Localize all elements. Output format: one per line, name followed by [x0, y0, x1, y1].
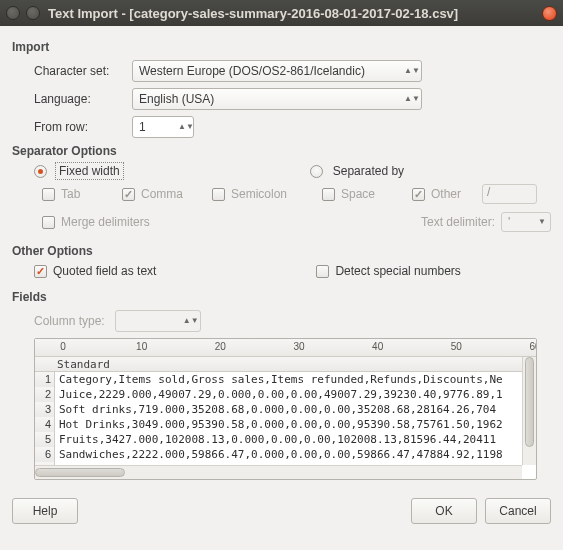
column-header[interactable]: Standard [35, 357, 522, 372]
language-value: English (USA) [139, 92, 214, 106]
ruler-tick: 30 [293, 341, 304, 352]
space-label: Space [341, 187, 375, 201]
other-label: Other [431, 187, 461, 201]
detect-label: Detect special numbers [335, 264, 460, 278]
window-title: Text Import - [category-sales-summary-20… [48, 6, 458, 21]
fields-heading: Fields [12, 290, 551, 304]
row-text: Hot Drinks,3049.000,95390.58,0.000,0.00,… [55, 417, 503, 432]
detect-checkbox[interactable] [316, 265, 329, 278]
horizontal-scrollbar[interactable] [35, 465, 522, 479]
other-checkbox [412, 188, 425, 201]
ruler[interactable]: 0102030405060 [35, 339, 536, 357]
coltype-label: Column type: [34, 314, 105, 328]
tab-checkbox [42, 188, 55, 201]
row-number: 3 [35, 402, 55, 417]
fixed-width-label: Fixed width [57, 164, 122, 178]
close-icon[interactable] [542, 6, 557, 21]
table-row[interactable]: 2Juice,2229.000,49007.29,0.000,0.00,0.00… [35, 387, 522, 402]
quoted-label: Quoted field as text [53, 264, 156, 278]
chevron-updown-icon: ▲▼ [407, 96, 417, 102]
ruler-tick: 10 [136, 341, 147, 352]
quoted-checkbox[interactable] [34, 265, 47, 278]
semicolon-label: Semicolon [231, 187, 287, 201]
cancel-button[interactable]: Cancel [485, 498, 551, 524]
separator-heading: Separator Options [12, 144, 551, 158]
ok-button[interactable]: OK [411, 498, 477, 524]
merge-label: Merge delimiters [61, 215, 150, 229]
chevron-down-icon: ▼ [537, 219, 547, 225]
merge-checkbox [42, 216, 55, 229]
titlebar: Text Import - [category-sales-summary-20… [0, 0, 563, 26]
ruler-tick: 40 [372, 341, 383, 352]
row-number: 4 [35, 417, 55, 432]
charset-value: Western Europe (DOS/OS2-861/Icelandic) [139, 64, 365, 78]
row-number: 1 [35, 372, 55, 387]
textdelim-combo: ' ▼ [501, 212, 551, 232]
ruler-tick: 0 [60, 341, 66, 352]
charset-label: Character set: [34, 64, 126, 78]
row-number: 5 [35, 432, 55, 447]
row-number: 6 [35, 447, 55, 462]
chevron-updown-icon: ▲▼ [407, 68, 417, 74]
table-row[interactable]: 3Soft drinks,719.000,35208.68,0.000,0.00… [35, 402, 522, 417]
import-heading: Import [12, 40, 551, 54]
ruler-tick: 20 [215, 341, 226, 352]
other-input: / [482, 184, 537, 204]
language-combo[interactable]: English (USA) ▲▼ [132, 88, 422, 110]
ruler-tick: 60 [529, 341, 536, 352]
comma-label: Comma [141, 187, 183, 201]
row-text: Juice,2229.000,49007.29,0.000,0.00,0.00,… [55, 387, 503, 402]
chevron-updown-icon: ▲▼ [186, 318, 196, 324]
textdelim-value: ' [508, 215, 510, 229]
window-control-icon[interactable] [6, 6, 20, 20]
tab-label: Tab [61, 187, 80, 201]
help-button[interactable]: Help [12, 498, 78, 524]
vertical-scrollbar[interactable] [522, 357, 536, 465]
separated-by-label: Separated by [333, 164, 404, 178]
table-row[interactable]: 6Sandwiches,2222.000,59866.47,0.000,0.00… [35, 447, 522, 462]
fromrow-label: From row: [34, 120, 126, 134]
language-label: Language: [34, 92, 126, 106]
row-number: 2 [35, 387, 55, 402]
chevron-updown-icon: ▲▼ [181, 124, 191, 130]
fromrow-value: 1 [139, 120, 181, 134]
separated-by-radio[interactable] [310, 165, 323, 178]
comma-checkbox [122, 188, 135, 201]
charset-combo[interactable]: Western Europe (DOS/OS2-861/Icelandic) ▲… [132, 60, 422, 82]
ruler-tick: 50 [451, 341, 462, 352]
row-text: Sandwiches,2222.000,59866.47,0.000,0.00,… [55, 447, 503, 462]
scroll-thumb[interactable] [525, 357, 534, 447]
row-text: Soft drinks,719.000,35208.68,0.000,0.00,… [55, 402, 496, 417]
textdelim-label: Text delimiter: [421, 215, 495, 229]
semicolon-checkbox [212, 188, 225, 201]
table-row[interactable]: 5Fruits,3427.000,102008.13,0.000,0.00,0.… [35, 432, 522, 447]
preview-grid[interactable]: 0102030405060 Standard 1Category,Items s… [34, 338, 537, 480]
space-checkbox [322, 188, 335, 201]
fixed-width-radio[interactable] [34, 165, 47, 178]
table-row[interactable]: 4Hot Drinks,3049.000,95390.58,0.000,0.00… [35, 417, 522, 432]
window-control-icon[interactable] [26, 6, 40, 20]
row-text: Fruits,3427.000,102008.13,0.000,0.00,0.0… [55, 432, 496, 447]
table-row[interactable]: 1Category,Items sold,Gross sales,Items r… [35, 372, 522, 387]
row-text: Category,Items sold,Gross sales,Items re… [55, 372, 503, 387]
coltype-combo: ▲▼ [115, 310, 201, 332]
fromrow-input[interactable]: 1 ▲▼ [132, 116, 194, 138]
other-heading: Other Options [12, 244, 551, 258]
scroll-thumb[interactable] [35, 468, 125, 477]
